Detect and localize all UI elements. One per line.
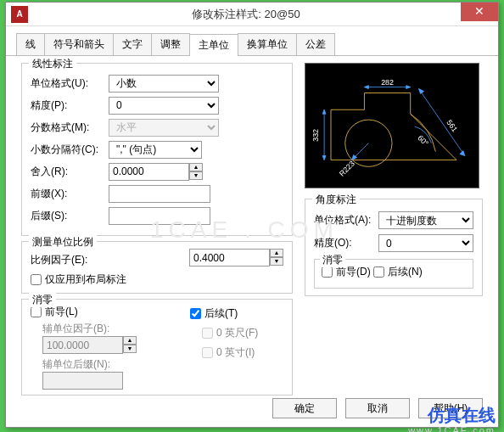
ang-unit-format-select[interactable]: 十进制度数 [378, 211, 473, 229]
feet-label: 0 英尺(F) [216, 326, 258, 340]
tab-line[interactable]: 线 [16, 33, 45, 55]
roundoff-up[interactable]: ▲ [189, 163, 203, 171]
ang-leading-checkbox[interactable] [322, 266, 333, 278]
svg-marker-8 [419, 89, 424, 94]
scale-down[interactable]: ▼ [270, 257, 283, 266]
dimension-preview: 282 332 561 60° R223 [305, 63, 479, 188]
tab-bar: 线 符号和箭头 文字 调整 主单位 换算单位 公差 [6, 26, 498, 56]
svg-text:282: 282 [381, 78, 394, 87]
trailing-label: 后续(T) [204, 306, 238, 321]
sub-suffix-input [42, 372, 123, 390]
fraction-format-label: 分数格式(M): [31, 121, 109, 135]
scale-factor-input[interactable] [189, 249, 270, 266]
roundoff-label: 舍入(R): [31, 165, 109, 179]
ang-trailing-checkbox[interactable] [373, 266, 384, 278]
prefix-label: 前缀(X): [31, 187, 109, 201]
svg-marker-9 [460, 151, 465, 156]
layout-only-checkbox[interactable] [31, 274, 42, 285]
tab-primary-units[interactable]: 主单位 [189, 34, 238, 56]
leading-checkbox[interactable] [31, 306, 42, 317]
group-measure-title: 测量单位比例 [29, 235, 97, 250]
sub-suffix-label: 辅单位后缀(N): [42, 357, 175, 372]
sub-factor-down: ▼ [123, 345, 137, 353]
suffix-input[interactable] [109, 207, 210, 225]
tab-alt-units[interactable]: 换算单位 [238, 33, 297, 55]
tab-fit[interactable]: 调整 [151, 33, 190, 55]
svg-text:332: 332 [311, 129, 320, 142]
tab-text[interactable]: 文字 [113, 33, 152, 55]
ang-zero-title: 消零 [320, 253, 345, 267]
unit-format-label: 单位格式(U): [31, 76, 109, 91]
scale-up[interactable]: ▲ [270, 249, 283, 257]
inches-checkbox [202, 347, 213, 358]
sub-factor-label: 辅单位因子(B): [42, 322, 175, 336]
trailing-checkbox[interactable] [190, 308, 201, 319]
group-zero-title: 消零 [29, 293, 56, 307]
layout-only-label: 仅应用到布局标注 [45, 272, 126, 287]
svg-marker-6 [322, 156, 326, 160]
ang-precision-select[interactable]: 0 [378, 234, 473, 252]
roundoff-down[interactable]: ▼ [189, 171, 203, 180]
app-icon: A [11, 6, 28, 23]
cancel-button[interactable]: 取消 [345, 398, 410, 418]
svg-text:561: 561 [445, 118, 459, 133]
ang-trailing-label: 后续(N) [388, 265, 423, 279]
sub-factor-up: ▲ [123, 336, 137, 345]
group-linear-title: 线性标注 [29, 57, 76, 71]
group-angular-title: 角度标注 [312, 193, 360, 207]
dialog-title: 修改标注样式: 20@50 [28, 7, 498, 22]
help-button[interactable]: 帮助(H) [418, 398, 483, 418]
fraction-format-select: 水平 [109, 119, 219, 137]
close-button[interactable]: ✕ [461, 3, 498, 21]
scale-factor-label: 比例因子(E): [31, 253, 109, 267]
svg-marker-2 [364, 86, 368, 89]
svg-marker-5 [322, 109, 326, 114]
ang-precision-label: 精度(O): [314, 236, 378, 250]
feet-checkbox [202, 328, 213, 339]
tab-tolerance[interactable]: 公差 [296, 33, 335, 55]
roundoff-input[interactable] [109, 163, 189, 181]
ang-unit-format-label: 单位格式(A): [314, 213, 378, 227]
suffix-label: 后缀(S): [31, 209, 109, 223]
svg-marker-3 [406, 86, 411, 89]
ok-button[interactable]: 确定 [272, 398, 337, 418]
inches-label: 0 英寸(I) [216, 345, 255, 360]
svg-text:60°: 60° [416, 133, 430, 148]
decimal-sep-select[interactable]: "," (句点) [109, 141, 202, 159]
prefix-input[interactable] [109, 185, 210, 203]
sub-factor-input [42, 336, 123, 354]
svg-text:R223: R223 [338, 160, 356, 178]
precision-label: 精度(P): [31, 98, 109, 113]
unit-format-select[interactable]: 小数 [109, 75, 219, 93]
precision-select[interactable]: 0 [109, 97, 219, 115]
tab-arrows[interactable]: 符号和箭头 [44, 33, 114, 55]
decimal-sep-label: 小数分隔符(C): [31, 143, 109, 157]
